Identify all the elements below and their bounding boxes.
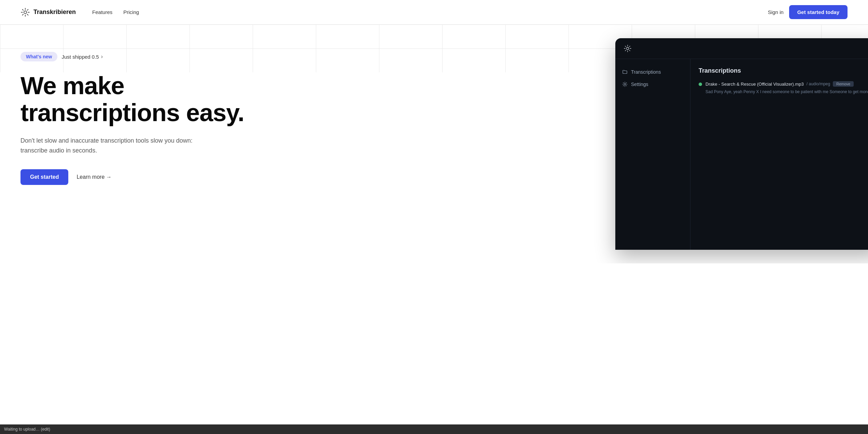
app-main-title: Transcriptions bbox=[699, 67, 868, 74]
hero-actions: Get started Learn more → bbox=[20, 169, 260, 185]
sidebar-item-transcriptions[interactable]: Transcriptions bbox=[615, 66, 690, 78]
svg-line-14 bbox=[629, 50, 630, 51]
logo-icon bbox=[20, 8, 30, 17]
nav-features-link[interactable]: Features bbox=[92, 9, 112, 15]
app-screenshot: Transcriptions Settings Transcriptions bbox=[615, 38, 868, 250]
sidebar-transcriptions-label: Transcriptions bbox=[631, 69, 661, 75]
svg-line-6 bbox=[27, 9, 28, 10]
hero-content: What's new Just shipped 0.5 › We make tr… bbox=[0, 25, 280, 205]
app-main-content: Transcriptions Drake - Search & Rescue (… bbox=[690, 59, 868, 250]
app-body: Transcriptions Settings Transcriptions bbox=[615, 59, 868, 250]
svg-line-15 bbox=[629, 46, 630, 47]
badge-text: Just shipped 0.5 › bbox=[61, 54, 103, 60]
app-logo-icon bbox=[624, 44, 632, 53]
badge-shipped-text: Just shipped 0.5 bbox=[61, 54, 99, 60]
settings-icon bbox=[622, 82, 628, 87]
hero-title-line1: We make bbox=[20, 72, 124, 99]
nav-links: Features Pricing bbox=[92, 9, 139, 15]
get-started-hero-button[interactable]: Get started bbox=[20, 169, 68, 185]
get-started-nav-button[interactable]: Get started today bbox=[789, 5, 848, 19]
status-dot-green bbox=[699, 83, 702, 86]
svg-line-16 bbox=[625, 50, 626, 51]
svg-line-4 bbox=[23, 9, 24, 10]
svg-line-7 bbox=[23, 14, 24, 15]
sidebar-item-settings[interactable]: Settings bbox=[615, 78, 690, 90]
nav-pricing-link[interactable]: Pricing bbox=[123, 9, 139, 15]
navbar: Transkribieren Features Pricing Sign in … bbox=[0, 0, 868, 25]
hero-subtitle: Don't let slow and inaccurate transcript… bbox=[20, 136, 212, 156]
hero-title-line2: transcriptions easy. bbox=[20, 99, 244, 126]
whats-new-badge: What's new Just shipped 0.5 › bbox=[20, 52, 103, 61]
logo-link[interactable]: Transkribieren bbox=[20, 8, 76, 17]
logo-text: Transkribieren bbox=[33, 9, 76, 16]
remove-button[interactable]: Remove bbox=[833, 81, 854, 87]
whats-new-tag: What's new bbox=[20, 52, 57, 61]
app-sidebar: Transcriptions Settings bbox=[615, 59, 690, 250]
svg-point-17 bbox=[627, 47, 629, 50]
svg-line-5 bbox=[27, 14, 28, 15]
transcription-file-name: Drake - Search & Rescue (Official Visual… bbox=[705, 82, 804, 87]
transcription-name-row: Drake - Search & Rescue (Official Visual… bbox=[705, 81, 868, 87]
svg-line-13 bbox=[625, 46, 626, 47]
sign-in-button[interactable]: Sign in bbox=[768, 9, 784, 15]
nav-right: Sign in Get started today bbox=[768, 5, 848, 19]
transcription-info: Drake - Search & Rescue (Official Visual… bbox=[705, 81, 868, 95]
transcription-item: Drake - Search & Rescue (Official Visual… bbox=[699, 81, 868, 95]
hero-section: What's new Just shipped 0.5 › We make tr… bbox=[0, 25, 868, 263]
badge-arrow-icon: › bbox=[101, 54, 103, 60]
sidebar-settings-label: Settings bbox=[631, 82, 648, 87]
app-header bbox=[615, 38, 868, 59]
svg-point-8 bbox=[24, 11, 27, 14]
folder-icon bbox=[622, 69, 628, 75]
transcription-preview-text: Sad Pony Aye, yeah Penny X I need someon… bbox=[705, 89, 868, 95]
transcription-file-type: / audio/mpeg bbox=[807, 82, 830, 86]
svg-point-18 bbox=[624, 84, 626, 85]
learn-more-link[interactable]: Learn more → bbox=[76, 174, 111, 180]
hero-title: We make transcriptions easy. bbox=[20, 72, 260, 126]
